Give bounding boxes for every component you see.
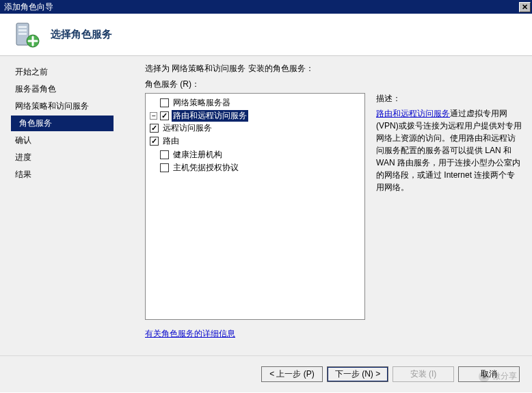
tree-item-label[interactable]: 路由和远程访问服务 [172,110,248,122]
checkbox[interactable] [150,124,159,133]
wizard-step-0[interactable]: 开始之前 [11,64,131,80]
more-info-link[interactable]: 有关角色服务的详细信息 [145,328,235,340]
description-panel: 描述： 路由和远程访问服务通过虚拟专用网(VPN)或拨号连接为远程用户提供对专用… [376,93,522,320]
install-button: 安装 (I) [393,366,454,382]
server-role-icon [12,21,41,49]
checkbox[interactable] [160,163,169,172]
tree-item-label[interactable]: 主机凭据授权协议 [172,162,240,174]
wizard-step-6[interactable]: 结果 [11,167,131,182]
wizard-step-3[interactable]: 角色服务 [11,116,114,131]
checkbox[interactable] [160,98,169,107]
tree-item-label[interactable]: 远程访问服务 [161,122,213,134]
tree-item-label[interactable]: 路由 [161,135,181,147]
wizard-steps-sidebar: 开始之前服务器角色网络策略和访问服务角色服务确认进度结果 [0,56,131,355]
next-button[interactable]: 下一步 (N) > [327,366,388,382]
tree-expander[interactable]: − [150,112,157,120]
svg-rect-1 [18,26,27,28]
role-services-tree[interactable]: 网络策略服务器−路由和远程访问服务远程访问服务路由健康注册机构主机凭据授权协议 [145,93,365,320]
wizard-step-4[interactable]: 确认 [11,133,131,148]
instruction-text: 选择为 网络策略和访问服务 安装的角色服务： [145,63,522,74]
checkbox[interactable] [150,137,159,146]
close-button[interactable]: ✕ [519,2,531,12]
previous-button[interactable]: < 上一步 (P) [261,366,323,382]
tree-item-label[interactable]: 网络策略服务器 [172,97,232,109]
window-title: 添加角色向导 [4,1,519,13]
description-text: 路由和远程访问服务通过虚拟专用网(VPN)或拨号连接为远程用户提供对专用网络上资… [376,107,522,193]
cancel-button[interactable]: 取消 [458,366,520,382]
checkbox[interactable] [160,111,169,120]
titlebar: 添加角色向导 ✕ [0,0,532,14]
section-label: 角色服务 (R)： [145,79,522,90]
description-body: 通过虚拟专用网(VPN)或拨号连接为远程用户提供对专用网络上资源的访问。使用路由… [376,109,522,192]
description-heading: 描述： [376,93,522,105]
page-title: 选择角色服务 [51,28,112,41]
svg-rect-2 [18,29,27,31]
wizard-footer: < 上一步 (P) 下一步 (N) > 安装 (I) 取消 [0,355,532,392]
wizard-header: 选择角色服务 [0,14,532,56]
wizard-step-5[interactable]: 进度 [11,150,131,165]
main-panel: 选择为 网络策略和访问服务 安装的角色服务： 角色服务 (R)： 网络策略服务器… [131,56,532,355]
wizard-step-1[interactable]: 服务器角色 [11,81,131,97]
svg-rect-3 [18,33,27,35]
tree-item-label[interactable]: 健康注册机构 [172,149,224,161]
description-link[interactable]: 路由和远程访问服务 [376,109,450,118]
wizard-step-2[interactable]: 网络策略和访问服务 [11,98,131,114]
checkbox[interactable] [160,150,169,159]
